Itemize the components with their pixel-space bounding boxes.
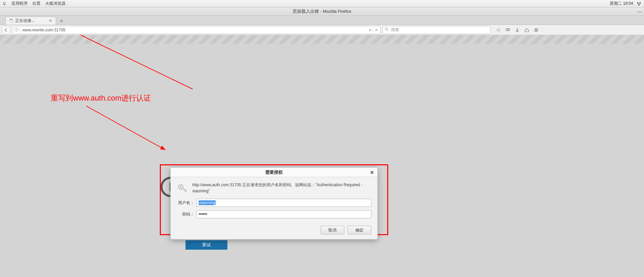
home-icon[interactable]: [524, 27, 530, 33]
loading-spinner-icon: [9, 19, 13, 23]
password-label: 密码：: [177, 212, 196, 217]
site-info-icon[interactable]: ⓘ: [15, 27, 19, 33]
svg-rect-4: [640, 2, 641, 3]
gnome-logo-icon: [2, 1, 7, 6]
svg-point-6: [386, 28, 388, 30]
svg-point-2: [3, 3, 5, 5]
auth-dialog: 需要授权 ✕ http://www.auth.com:31705 正在请求您的用…: [170, 167, 378, 240]
cancel-button[interactable]: 取消: [321, 226, 344, 234]
system-menu-bar: 应用程序 位置 火狐浏览器 星期二 18:04: [0, 0, 644, 7]
pocket-icon[interactable]: [505, 27, 511, 33]
search-icon: [385, 27, 389, 32]
window-title-text: 页面载入出错 - Mozilla Firefox: [293, 8, 351, 15]
menu-places[interactable]: 位置: [32, 1, 41, 6]
password-input[interactable]: [196, 210, 371, 218]
url-text: www.rewrite.com:31705: [22, 28, 65, 32]
menu-applications[interactable]: 应用程序: [11, 1, 28, 6]
menu-hamburger-icon[interactable]: [533, 27, 539, 33]
search-placeholder: 搜索: [391, 27, 399, 33]
tab-close-button[interactable]: ✕: [49, 18, 52, 23]
menu-firefox[interactable]: 火狐浏览器: [45, 1, 66, 6]
username-value: xiaoming: [199, 200, 216, 205]
svg-point-0: [3, 2, 4, 3]
svg-line-9: [86, 106, 162, 148]
retry-button[interactable]: 重试: [185, 240, 227, 250]
network-icon[interactable]: [637, 1, 641, 6]
annotation-text: 重写到www.auth.com进行认证: [51, 93, 151, 103]
hatching-stripe: [0, 35, 644, 44]
browser-tab[interactable]: 正在连接... ✕: [5, 17, 56, 25]
address-bar[interactable]: ⓘ | www.rewrite.com:31705 ▾ | ✕: [12, 26, 380, 34]
dialog-title-bar: 需要授权 ✕: [171, 168, 377, 177]
back-button[interactable]: [2, 26, 10, 34]
window-minimize-button[interactable]: —: [637, 9, 642, 14]
navigation-toolbar: ⓘ | www.rewrite.com:31705 ▾ | ✕ 搜索 ☆: [0, 25, 644, 35]
bookmark-star-icon[interactable]: ☆: [495, 27, 501, 33]
dropdown-icon[interactable]: ▾: [369, 28, 371, 32]
page-content: 重写到www.auth.com进行认证 重试 需要授权 ✕: [0, 35, 644, 277]
username-input[interactable]: xiaoming: [196, 199, 371, 207]
dialog-title-text: 需要授权: [265, 169, 283, 175]
svg-rect-5: [638, 4, 640, 5]
ok-button[interactable]: 确定: [348, 226, 371, 234]
username-label: 用户名：: [177, 200, 196, 206]
new-tab-button[interactable]: ＋: [57, 17, 66, 25]
stop-button[interactable]: ✕: [375, 28, 378, 32]
dialog-message: http://www.auth.com:31705 正在请求您的用户名和密码。该…: [192, 182, 371, 194]
key-icon: [177, 182, 188, 193]
annotation-arrows: [0, 35, 644, 277]
svg-rect-3: [637, 2, 639, 3]
tab-label: 正在连接...: [15, 18, 35, 24]
search-bar[interactable]: 搜索: [382, 26, 491, 34]
downloads-icon[interactable]: [514, 27, 520, 33]
dialog-close-button[interactable]: ✕: [370, 170, 374, 175]
svg-point-1: [5, 2, 5, 2]
window-title-bar: 页面载入出错 - Mozilla Firefox —: [0, 7, 644, 16]
svg-point-11: [180, 186, 181, 188]
tab-strip: 正在连接... ✕ ＋: [0, 16, 644, 25]
clock-text[interactable]: 星期二 18:04: [610, 1, 633, 6]
